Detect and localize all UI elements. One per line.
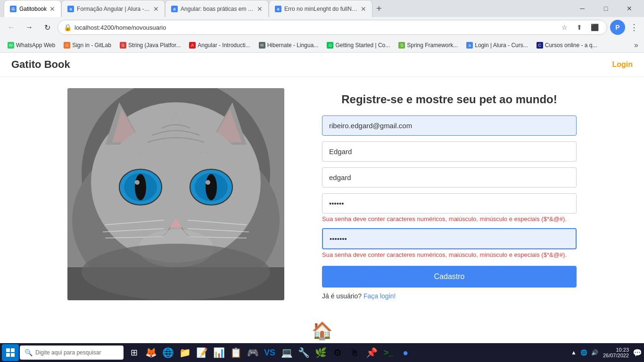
svg-point-13 xyxy=(135,174,146,200)
close-button[interactable]: ✕ xyxy=(619,0,640,17)
tab-close-1[interactable]: ✕ xyxy=(50,5,55,13)
username-input[interactable] xyxy=(322,167,577,188)
tab-close-4[interactable]: ✕ xyxy=(361,5,366,13)
bookmark-getting-started[interactable]: G Getting Started | Co... xyxy=(323,41,394,49)
app14-icon[interactable]: 🖱 xyxy=(347,345,362,360)
string-icon: S xyxy=(120,42,126,49)
maximize-button[interactable]: □ xyxy=(595,0,617,17)
tab-angular[interactable]: a Angular: boas práticas em arquit... ✕ xyxy=(165,0,269,17)
bookmark-login-alura[interactable]: a Login | Alura - Curs... xyxy=(462,41,532,49)
svg-point-14 xyxy=(135,180,140,185)
tab-label-3: Angular: boas práticas em arquit... xyxy=(181,6,254,12)
app12-icon[interactable]: 🌿 xyxy=(313,345,328,360)
url-bar[interactable]: 🔒 localhost:4200/home/novousuario ☆ ⬆ ⬛ xyxy=(58,20,607,35)
tab-close-2[interactable]: ✕ xyxy=(153,5,159,13)
app10-icon[interactable]: 💻 xyxy=(279,345,294,360)
taskbar-search-placeholder: Digite aqui para pesquisar xyxy=(35,349,101,356)
menu-button[interactable]: ⋮ xyxy=(628,20,640,34)
tab-close-3[interactable]: ✕ xyxy=(257,5,263,13)
tab-erro[interactable]: a Erro no minLenght do fullName ✕ xyxy=(269,0,372,17)
tab-favicon-1: G xyxy=(10,6,17,12)
files-icon[interactable]: 📁 xyxy=(177,345,192,360)
vscode-icon[interactable]: VS xyxy=(262,345,277,360)
refresh-button[interactable]: ↻ xyxy=(40,20,55,35)
tab-label-1: Gatitobook xyxy=(19,6,47,12)
username-group xyxy=(322,167,577,188)
spring-icon: S xyxy=(398,42,405,49)
firefox-icon[interactable]: 🦊 xyxy=(143,345,158,360)
password-input[interactable] xyxy=(322,193,577,214)
bookmark-gitlab[interactable]: G Sign in - GitLab xyxy=(60,41,115,49)
bookmark-angular-intro[interactable]: A Angular - Introducti... xyxy=(185,41,254,49)
new-tab-button[interactable]: + xyxy=(372,3,386,14)
password-group: Sua senha deve conter caracteres numéric… xyxy=(322,193,577,222)
start-button[interactable] xyxy=(2,344,19,361)
profile-button[interactable]: P xyxy=(610,20,625,35)
task-view-button[interactable]: ⊞ xyxy=(126,345,141,360)
hibernate-icon: H xyxy=(259,42,265,49)
bookmark-string[interactable]: S String (Java Platfor... xyxy=(116,41,184,49)
bookmark-whatsapp[interactable]: W WhatsApp Web xyxy=(4,41,59,49)
name-input[interactable] xyxy=(322,141,577,162)
notes-icon[interactable]: 📝 xyxy=(194,345,209,360)
cursos-icon: C xyxy=(537,42,543,49)
page-content: Gatito Book Login xyxy=(0,53,644,343)
extensions-icon[interactable]: ⬛ xyxy=(588,21,601,34)
name-group xyxy=(322,141,577,162)
password-error: Sua senha deve conter caracteres numéric… xyxy=(322,215,577,222)
bookmark-spring[interactable]: S Spring Framework... xyxy=(395,41,462,49)
bookmark-string-label: String (Java Platfor... xyxy=(128,42,181,49)
login-link[interactable]: Login xyxy=(612,60,633,69)
svg-point-30 xyxy=(82,244,270,300)
chrome-icon[interactable]: 🌐 xyxy=(160,345,175,360)
angular-icon: A xyxy=(189,42,196,49)
bookmark-hibernate[interactable]: H Hibernate - Lingua... xyxy=(255,41,322,49)
tab-formacao[interactable]: a Formação Angular | Alura - Curse... ✕ xyxy=(61,0,165,17)
chrome2-icon[interactable]: ● xyxy=(398,345,413,360)
sheets-icon[interactable]: 📊 xyxy=(211,345,226,360)
app7-icon[interactable]: 📋 xyxy=(228,345,243,360)
app11-icon[interactable]: 🔧 xyxy=(296,345,311,360)
taskbar-icons: ⊞ 🦊 🌐 📁 📝 📊 📋 🎮 VS 💻 🔧 🌿 ⚙ 🖱 📌 >_ ● xyxy=(126,345,413,360)
svg-point-19 xyxy=(206,180,210,185)
bookmark-cursos[interactable]: C Cursos online - a q... xyxy=(533,41,601,49)
bookmark-cursos-label: Cursos online - a q... xyxy=(545,42,597,49)
taskbar-search[interactable]: 🔍 Digite aqui para pesquisar xyxy=(20,346,124,360)
bookmark-login-alura-label: Login | Alura - Curs... xyxy=(475,42,528,49)
browser-chrome: G Gatitobook ✕ a Formação Angular | Alur… xyxy=(0,0,644,53)
terminal-icon[interactable]: >_ xyxy=(381,345,396,360)
bookmarks-more-button[interactable]: » xyxy=(632,40,640,50)
tray-up-icon[interactable]: ▲ xyxy=(570,348,578,357)
share-icon[interactable]: ⬆ xyxy=(573,21,586,34)
whatsapp-icon: W xyxy=(8,42,14,49)
app8-icon[interactable]: 🎮 xyxy=(245,345,260,360)
bookmarks-bar: W WhatsApp Web G Sign in - GitLab S Stri… xyxy=(0,38,644,53)
home-section: 🏠 xyxy=(0,312,644,343)
tab-favicon-4: a xyxy=(275,6,281,12)
faca-login-link[interactable]: Faça login! xyxy=(363,292,396,300)
confirm-password-input[interactable] xyxy=(322,228,577,249)
forward-button[interactable]: → xyxy=(22,20,37,35)
main-content: Registre-se e mostre seu pet ao mundo! S… xyxy=(0,77,644,312)
form-title: Registre-se e mostre seu pet ao mundo! xyxy=(322,93,577,106)
bookmark-angular-label: Angular - Introducti... xyxy=(198,42,250,49)
notification-button[interactable]: 💬 xyxy=(633,348,642,357)
back-button[interactable]: ← xyxy=(4,20,19,35)
minimize-button[interactable]: ─ xyxy=(571,0,593,17)
taskbar-search-icon: 🔍 xyxy=(25,349,33,356)
email-group xyxy=(322,115,577,136)
app13-icon[interactable]: ⚙ xyxy=(330,345,345,360)
bookmark-star-icon[interactable]: ☆ xyxy=(558,21,571,34)
sound-icon[interactable]: 🔊 xyxy=(590,348,599,357)
confirm-password-error: Sua senha deve conter caracteres numéric… xyxy=(322,251,577,258)
taskbar-clock: 10:23 26/07/2022 xyxy=(603,347,629,358)
svg-point-18 xyxy=(206,174,217,200)
home-icon[interactable]: 🏠 xyxy=(312,321,333,341)
url-action-icons: ☆ ⬆ ⬛ xyxy=(558,21,601,34)
cadastro-button[interactable]: Cadastro xyxy=(322,266,577,288)
svg-rect-34 xyxy=(11,353,15,357)
email-input[interactable] xyxy=(322,115,577,136)
app15-icon[interactable]: 📌 xyxy=(364,345,379,360)
tab-gatitobook[interactable]: G Gatitobook ✕ xyxy=(4,0,61,17)
network-icon[interactable]: 🌐 xyxy=(579,348,588,357)
